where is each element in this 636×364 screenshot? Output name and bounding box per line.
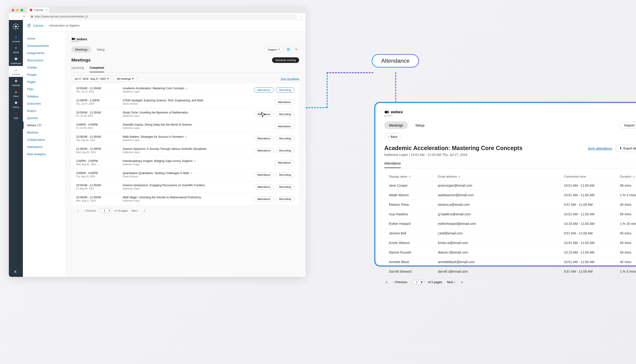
next-page-button[interactable]: Next ›	[130, 209, 140, 212]
recording-button[interactable]: Recording	[276, 172, 294, 177]
maximize-window[interactable]	[21, 9, 23, 12]
meeting-host: David Johnson	[123, 175, 254, 178]
course-nav-collaboration[interactable]: Collaboration	[23, 136, 65, 143]
schedule-meeting-button[interactable]: Schedule meeting	[272, 57, 299, 63]
callout-bubble: Attendance	[372, 55, 418, 67]
course-nav-pages[interactable]: Pages	[23, 78, 65, 86]
course-nav-people[interactable]: People	[23, 71, 65, 78]
course-nav-webex-lti[interactable]: Webex LTI	[23, 122, 65, 129]
global-nav-calendar[interactable]: 📅Calendar	[9, 77, 23, 88]
course-nav-new-analytics[interactable]: New Analytics	[23, 150, 65, 158]
globe-icon[interactable]: 🌐	[286, 47, 291, 52]
attendance-button[interactable]: Attendance	[274, 160, 294, 165]
refresh-icon[interactable]: ↻	[294, 47, 299, 52]
meeting-filter[interactable]: All meetings ▾	[114, 76, 137, 82]
recording-button[interactable]: Recording	[276, 196, 294, 202]
attendance-button[interactable]: Attendance	[254, 196, 274, 202]
ap-support-button[interactable]: Support ↗	[620, 122, 636, 129]
ap-page-number-input[interactable]	[414, 281, 419, 284]
global-nav-admin[interactable]: ⚙Admin	[9, 44, 23, 55]
ap-first-page-icon[interactable]: «	[384, 280, 389, 284]
ap-subtab-attendance[interactable]: Attendance	[384, 162, 401, 168]
back-icon[interactable]: ←	[12, 15, 15, 18]
attendee-email: j.bell@email.com	[438, 232, 564, 235]
attendee-connection: 10:01 AM - 11:00 AM	[564, 260, 620, 264]
breadcrumb-bar: ☰ Canvas › Introduction to Algebra	[23, 20, 306, 31]
sub-tabs: Upcoming Completed	[71, 66, 299, 72]
sync-attendance-link[interactable]: Sync attendance	[588, 146, 612, 150]
meeting-row: 10:00AM - 11:00AM Tue, Aug 01, 2024 Math…	[71, 132, 299, 144]
export-attendance-button[interactable]: ⬇ Export attendance report	[615, 145, 636, 152]
attendance-button[interactable]: Attendance	[254, 184, 274, 190]
global-nav-history[interactable]: 🕓History	[9, 99, 23, 110]
course-nav-discussions[interactable]: Discussions	[23, 57, 65, 64]
th-email[interactable]: Email address⇵	[438, 175, 564, 178]
ap-next-page-button[interactable]: Next ›	[445, 280, 456, 284]
hamburger-icon[interactable]: ☰	[27, 23, 31, 28]
attendance-button[interactable]: Attendance	[254, 136, 274, 141]
global-nav-courses[interactable]: 📖Courses	[9, 66, 23, 77]
global-nav-help[interactable]: ❓Help	[9, 110, 23, 121]
th-name[interactable]: Display name⇵	[389, 175, 438, 178]
course-nav-grades[interactable]: Grades	[23, 64, 65, 71]
subtab-upcoming[interactable]: Upcoming	[71, 66, 84, 72]
global-nav-account[interactable]: 👤Account	[9, 33, 23, 44]
ap-prev-page-button[interactable]: ‹ Previous	[392, 280, 408, 284]
back-button[interactable]: ‹ Back	[384, 133, 401, 140]
recording-button[interactable]: Recording	[276, 112, 294, 117]
ap-tab-meetings[interactable]: Meetings	[384, 122, 408, 129]
url-field[interactable]: https://www.canvas.com/courses/webex_lti	[28, 14, 297, 19]
date-filter[interactable]: Jul 27, 2024 - Aug 27, 2024 ▾	[71, 76, 112, 82]
attendee-duration: 1 hr 3 mins	[620, 270, 636, 273]
course-nav-files[interactable]: Files	[23, 86, 65, 93]
recording-button[interactable]: Recording	[276, 148, 294, 153]
attendance-button[interactable]: Attendance	[274, 100, 294, 105]
global-nav-inbox[interactable]: 📥Inbox	[9, 88, 23, 99]
recording-button[interactable]: Recording	[276, 184, 294, 190]
tab-close-icon[interactable]: ×	[46, 8, 48, 12]
attendee-email: kristin.w@email.com	[438, 241, 564, 245]
support-button[interactable]: Support ↗	[264, 47, 283, 52]
sync-recordings-link[interactable]: Sync recordings	[281, 77, 299, 80]
attendance-button[interactable]: Attendance	[254, 148, 274, 153]
subtab-completed[interactable]: Completed	[90, 66, 104, 72]
menu-icon[interactable]: ⋮	[300, 15, 303, 18]
browser-tab[interactable]: Canvas ×	[27, 8, 49, 12]
prev-page-button[interactable]: ‹ Previous	[83, 209, 97, 212]
attendance-button[interactable]: Attendance	[254, 88, 274, 92]
attendance-button[interactable]: Attendance	[254, 172, 274, 177]
close-window[interactable]	[12, 9, 14, 12]
reload-icon[interactable]: ⟳	[23, 15, 25, 18]
tab-meetings[interactable]: Meetings	[71, 46, 91, 53]
course-nav-assignments[interactable]: Assignments	[23, 50, 65, 57]
course-nav-syllabus[interactable]: Syllabus	[23, 93, 65, 100]
tab-setup[interactable]: Setup	[93, 46, 108, 53]
course-nav-attendance[interactable]: Attendance	[23, 143, 65, 150]
canvas-logo[interactable]	[12, 22, 20, 31]
attendance-row: Guy Hawkins g.hawkins@email.com 10:01 AM…	[384, 209, 636, 219]
last-page-icon[interactable]: »	[142, 209, 146, 212]
course-nav-outcomes[interactable]: Outcomes	[23, 100, 65, 107]
page-number-input[interactable]	[102, 209, 107, 212]
course-nav-modules[interactable]: Modules	[23, 129, 65, 136]
page-input[interactable]: ▾	[100, 208, 112, 213]
attendee-duration: 45 mins	[620, 203, 636, 206]
ap-page-input[interactable]: ▾	[412, 280, 425, 285]
minimize-window[interactable]	[16, 9, 19, 12]
recording-button[interactable]: Recording	[276, 136, 294, 141]
ap-tab-setup[interactable]: Setup	[411, 122, 429, 129]
attendance-button[interactable]: Attendance	[274, 124, 294, 129]
course-nav-quizzes[interactable]: Quizzes	[23, 114, 65, 122]
course-nav-announcements[interactable]: Announcements	[23, 42, 65, 50]
th-duration[interactable]: Duration⇵	[620, 175, 636, 178]
first-page-icon[interactable]: «	[76, 209, 80, 212]
recording-button[interactable]: Recording	[276, 88, 294, 92]
course-nav-rubics[interactable]: Rubics	[23, 107, 65, 114]
forward-icon[interactable]: →	[17, 15, 20, 18]
collapse-nav-icon[interactable]	[14, 270, 18, 274]
ap-last-page-icon[interactable]: »	[460, 280, 464, 284]
traffic-lights	[12, 9, 23, 12]
breadcrumb-canvas[interactable]: Canvas	[33, 24, 43, 27]
course-nav-home[interactable]: Home	[23, 35, 65, 42]
global-nav-dashboard[interactable]: 📊Dashboard	[9, 55, 23, 66]
